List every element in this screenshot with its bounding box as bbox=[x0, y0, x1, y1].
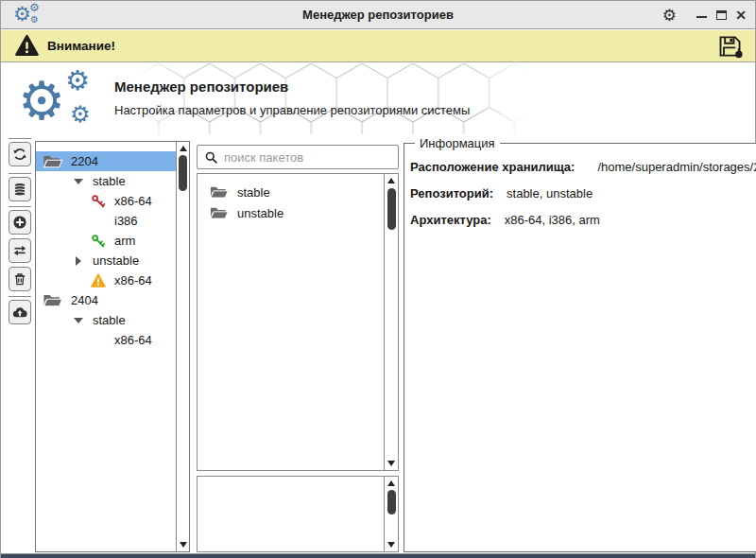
warning-text: Внимание! bbox=[47, 39, 115, 53]
app-logo-gears: ⚙ ⚙ ⚙ bbox=[18, 69, 112, 131]
warning-icon bbox=[89, 273, 108, 288]
info-value: x86-64, i386, arm bbox=[505, 213, 600, 227]
app-window: ⚙ ⚙ ⚙ Менеджер репозиториев ⚙ ✕ Внимание… bbox=[0, 0, 756, 558]
info-groupbox: Информация Расположение хранилища:/home/… bbox=[404, 136, 756, 552]
tree-item-x86-64[interactable]: x86-64 bbox=[36, 270, 176, 290]
refresh-button[interactable] bbox=[9, 142, 31, 166]
chevron-down-icon[interactable] bbox=[72, 179, 85, 184]
folder-open-icon bbox=[42, 292, 64, 309]
chevron-down-icon[interactable] bbox=[72, 318, 85, 323]
package-search bbox=[197, 145, 399, 169]
storage-tree-panel: 2204stablex86-64i386armunstablex86-64240… bbox=[35, 141, 190, 552]
trash-icon bbox=[12, 271, 27, 287]
title-bar: ⚙ ⚙ ⚙ Менеджер репозиториев ⚙ ✕ bbox=[1, 1, 755, 29]
tree-item-unstable[interactable]: unstable bbox=[36, 251, 176, 270]
tree-item-stable[interactable]: stable bbox=[36, 310, 176, 330]
tree-item-label: 2204 bbox=[71, 154, 98, 168]
tree-item-2204[interactable]: 2204 bbox=[36, 151, 176, 171]
scroll-up-icon[interactable] bbox=[177, 143, 189, 154]
folder-open-icon bbox=[42, 153, 64, 170]
database-button[interactable] bbox=[9, 177, 31, 201]
package-list-panel: stableunstable bbox=[197, 173, 399, 471]
toolbar-separator bbox=[9, 173, 31, 174]
package-item-unstable[interactable]: unstable bbox=[198, 202, 384, 223]
toolbar-separator bbox=[9, 296, 31, 297]
tree-item-label: x86-64 bbox=[114, 333, 152, 347]
chevron-right-icon[interactable] bbox=[72, 256, 85, 266]
repo-tree: 2204stablex86-64i386armunstablex86-64240… bbox=[36, 151, 176, 350]
maximize-button[interactable] bbox=[714, 8, 728, 23]
package-item-stable[interactable]: stable bbox=[198, 182, 384, 202]
minimize-button[interactable] bbox=[695, 8, 708, 23]
footer-strip bbox=[1, 553, 755, 558]
save-icon[interactable] bbox=[716, 33, 745, 60]
tree-item-2404[interactable]: 2404 bbox=[36, 290, 176, 310]
package-item-label: unstable bbox=[237, 206, 284, 220]
scroll-up-icon[interactable] bbox=[385, 175, 397, 186]
scroll-thumb[interactable] bbox=[179, 155, 187, 191]
tree-item-label: x86-64 bbox=[114, 273, 152, 288]
red-key-icon bbox=[89, 194, 108, 209]
tree-item-x86-64[interactable]: x86-64 bbox=[36, 191, 176, 211]
info-label: Расположение хранилища: bbox=[410, 160, 575, 174]
database-icon bbox=[12, 182, 27, 197]
window-title: Менеджер репозиториев bbox=[1, 8, 755, 22]
green-key-icon bbox=[89, 234, 108, 249]
scroll-down-icon[interactable] bbox=[177, 539, 189, 550]
scroll-thumb[interactable] bbox=[387, 188, 396, 230]
hex-fade-right bbox=[473, 63, 530, 134]
info-value: /home/superadmin/storages/2204 bbox=[597, 160, 756, 174]
scroll-down-icon[interactable] bbox=[385, 539, 397, 550]
tree-scrollbar[interactable] bbox=[176, 142, 189, 551]
tree-item-label: stable bbox=[93, 174, 126, 188]
tree-item-stable[interactable]: stable bbox=[36, 171, 176, 191]
info-row: Расположение хранилища:/home/superadmin/… bbox=[410, 160, 756, 174]
tree-item-x86-64[interactable]: x86-64 bbox=[36, 330, 176, 350]
delete-button[interactable] bbox=[9, 267, 31, 291]
info-fields: Расположение хранилища:/home/superadmin/… bbox=[410, 160, 756, 227]
tree-item-arm[interactable]: arm bbox=[36, 231, 176, 251]
tree-item-label: stable bbox=[93, 313, 126, 327]
package-list: stableunstable bbox=[198, 182, 384, 223]
app-header: ⚙ ⚙ ⚙ Менеджер репозиториев Настройка па… bbox=[1, 63, 755, 134]
hex-fade-left bbox=[133, 63, 190, 134]
info-label: Репозиторий: bbox=[410, 186, 493, 201]
add-button[interactable] bbox=[9, 210, 31, 235]
search-input[interactable] bbox=[224, 150, 398, 165]
hexagon-pattern bbox=[133, 63, 530, 134]
transfer-arrows-icon bbox=[12, 243, 27, 258]
list-scrollbar[interactable] bbox=[384, 174, 398, 470]
toolbar-separator bbox=[9, 206, 31, 207]
info-label: Архитектура: bbox=[410, 213, 491, 227]
header-title: Менеджер репозиториев bbox=[114, 78, 288, 95]
upload-button[interactable] bbox=[9, 300, 31, 324]
scroll-down-icon[interactable] bbox=[385, 458, 397, 469]
scroll-thumb[interactable] bbox=[387, 490, 396, 514]
details-scrollbar[interactable] bbox=[384, 477, 398, 551]
details-panel bbox=[197, 476, 399, 552]
refresh-icon bbox=[12, 147, 27, 162]
spacer-icon bbox=[89, 214, 108, 229]
tree-item-label: unstable bbox=[93, 253, 139, 268]
info-row: Репозиторий:stable, unstable bbox=[410, 186, 756, 201]
tree-item-label: arm bbox=[114, 234, 135, 248]
search-icon bbox=[204, 150, 218, 165]
tree-item-label: i386 bbox=[114, 214, 138, 228]
cloud-upload-icon bbox=[12, 305, 27, 320]
scroll-up-icon[interactable] bbox=[385, 478, 397, 489]
tree-item-label: x86-64 bbox=[114, 194, 152, 208]
settings-gear-icon[interactable]: ⚙ bbox=[662, 8, 677, 24]
tree-item-i386[interactable]: i386 bbox=[36, 211, 176, 231]
folder-open-icon bbox=[209, 205, 230, 221]
toolbar-separator bbox=[9, 138, 31, 139]
info-value: stable, unstable bbox=[507, 186, 593, 201]
warning-bar: Внимание! bbox=[1, 30, 755, 62]
plus-circle-icon bbox=[12, 215, 27, 230]
close-button[interactable]: ✕ bbox=[734, 8, 747, 23]
folder-open-icon bbox=[209, 184, 230, 201]
spacer-icon bbox=[89, 333, 108, 348]
info-legend: Информация bbox=[415, 136, 500, 150]
tree-item-label: 2404 bbox=[71, 293, 98, 307]
transfer-button[interactable] bbox=[9, 238, 31, 263]
warning-icon bbox=[14, 34, 40, 58]
